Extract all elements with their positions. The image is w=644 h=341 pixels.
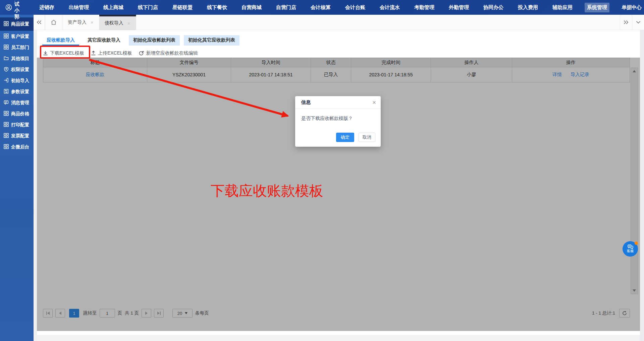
notification-dot	[635, 242, 638, 245]
topnav-item-kuaiji-hesuan[interactable]: 会计核算	[308, 3, 333, 12]
home-tab[interactable]	[45, 15, 62, 30]
grid-toolbar: 下载EXCEL模板 上传EXCEL模板 新增空应收帐款在线编辑	[37, 46, 640, 58]
left-sidebar: 商品设置 客户设置 员工部门 其他项目 权限设置 初始导入 参数设置 消息管理	[0, 15, 34, 341]
subtab-init-receivable-list[interactable]: 初始化应收帐款列表	[129, 35, 180, 46]
content-panel: 应收帐款导入 其它应收款导入 初始化应收帐款列表 初始化其它应收款列表 下载EX…	[37, 30, 640, 335]
sidebar-item-invoice-config[interactable]: 发票配置	[0, 130, 34, 141]
sidebar-item-staff-department[interactable]: 员工部门	[0, 42, 34, 53]
shield-icon	[4, 67, 9, 73]
topnav-item-touru[interactable]: 投入费用	[516, 3, 540, 12]
topnav-item-ziying-mall[interactable]: 自营商城	[239, 3, 264, 12]
subtab-bar: 应收帐款导入 其它应收款导入 初始化应收帐款列表 初始化其它应收款列表	[37, 30, 640, 46]
topnav-item-xitong-active[interactable]: 系统管理	[585, 3, 609, 12]
modules-icon	[4, 111, 9, 117]
subtab-other-receivable-import[interactable]: 其它应收款导入	[83, 35, 125, 46]
collapse-tabs-button[interactable]	[34, 15, 45, 30]
sidebar-item-print-config[interactable]: 打印配置	[0, 119, 34, 130]
sidebar-item-other-projects[interactable]: 其他项目	[0, 53, 34, 64]
topnav-item-jinxiaocun[interactable]: 进销存	[37, 3, 57, 12]
topnav-item-xianshang[interactable]: 线上商城	[101, 3, 126, 12]
current-user[interactable]: 测试小郭	[5, 0, 19, 20]
download-excel-template-button[interactable]: 下载EXCEL模板	[43, 50, 84, 56]
topnav-item-xianxia-store[interactable]: 线下门店	[136, 3, 160, 12]
confirm-button[interactable]: 确定	[336, 133, 354, 142]
topnav-item-xietong[interactable]: 协同办公	[481, 3, 506, 12]
tab-debt-import-active[interactable]: 债权导入 ×	[99, 15, 136, 30]
sidebar-item-goods-price[interactable]: 商品价格	[0, 108, 34, 119]
open-tabs-bar: 资产导入 × 债权导入 ×	[34, 15, 644, 30]
close-tab-icon[interactable]: ×	[127, 21, 130, 26]
cancel-button[interactable]: 取消	[359, 133, 375, 142]
sidebar-item-parameter-settings[interactable]: 参数设置	[0, 86, 34, 97]
service-chat-icon	[628, 245, 633, 249]
topnav-item-canyin[interactable]: 线下餐饮	[205, 3, 229, 12]
sidebar-item-customer-settings[interactable]: 客户设置	[0, 31, 34, 42]
customer-service-button[interactable]: 客服	[623, 241, 638, 257]
service-label: 客服	[627, 249, 634, 254]
message-bubble-icon	[4, 100, 9, 106]
topnav-item-kaoqin[interactable]: 考勤管理	[412, 3, 437, 12]
modules-icon	[4, 144, 9, 150]
app-window: 测试小郭 进销存 出纳管理 线上商城 线下门店 星链联盟 线下餐饮 自营商城 自…	[0, 0, 644, 341]
modules-icon	[4, 33, 9, 40]
topnav-item-chuna[interactable]: 出纳管理	[66, 3, 91, 12]
topnav-items: 进销存 出纳管理 线上商城 线下门店 星链联盟 线下餐饮 自营商城 自营门店 会…	[37, 3, 644, 12]
topnav-item-kuaiji-taizhang[interactable]: 会计台账	[343, 3, 368, 12]
user-name: 测试小郭	[14, 0, 19, 20]
scroll-tabs-right-button[interactable]	[620, 15, 632, 30]
subtab-receivable-import[interactable]: 应收帐款导入	[42, 35, 79, 46]
tab-asset-import[interactable]: 资产导入 ×	[62, 15, 99, 30]
topnav-item-fuzhu[interactable]: 辅助应用	[550, 3, 575, 12]
modules-icon	[4, 122, 9, 128]
topnav-item-waiqin[interactable]: 外勤管理	[446, 3, 471, 12]
subtab-init-other-receivable-list[interactable]: 初始化其它应收款列表	[184, 35, 239, 46]
upload-icon	[91, 51, 96, 56]
topnav-item-danju[interactable]: 单据中心	[619, 3, 644, 12]
page-right-strip	[640, 30, 644, 341]
sidebar-item-initial-import[interactable]: 初始导入	[0, 75, 34, 86]
tabs-menu-chevron-button[interactable]	[632, 15, 644, 30]
import-icon	[4, 78, 9, 84]
close-tab-icon[interactable]: ×	[91, 20, 94, 25]
topnav-item-xinglian[interactable]: 星链联盟	[170, 3, 195, 12]
edit-pencil-icon	[139, 51, 144, 56]
modules-icon	[4, 45, 9, 51]
modules-icon	[4, 21, 9, 27]
dialog-message: 是否下载应收帐款模版？	[295, 109, 381, 122]
sidebar-item-permission-settings[interactable]: 权限设置	[0, 64, 34, 75]
page-bottom-strip	[37, 335, 644, 341]
top-navbar: 测试小郭 进销存 出纳管理 线上商城 线下门店 星链联盟 线下餐饮 自营商城 自…	[0, 0, 644, 15]
sidebar-item-message-management[interactable]: 消息管理	[0, 97, 34, 108]
dialog-title: 信息	[301, 99, 311, 106]
topnav-item-kuaiji-liushui[interactable]: 会计流水	[377, 3, 402, 12]
settings-icon	[4, 89, 9, 95]
avatar-icon	[5, 4, 12, 11]
new-blank-receivable-button[interactable]: 新增空应收帐款在线编辑	[139, 50, 198, 56]
dialog-close-icon[interactable]: ×	[372, 99, 376, 106]
topnav-item-ziying-store[interactable]: 自营门店	[274, 3, 299, 12]
info-dialog: 信息 × 是否下载应收帐款模版？ 确定 取消	[295, 96, 381, 147]
upload-excel-template-button[interactable]: 上传EXCEL模板	[91, 50, 132, 56]
sidebar-item-wecom-backend[interactable]: 企微后台	[0, 141, 34, 152]
modules-icon	[4, 133, 9, 139]
home-icon	[51, 19, 57, 25]
folder-icon	[4, 56, 9, 62]
download-icon	[43, 51, 48, 56]
